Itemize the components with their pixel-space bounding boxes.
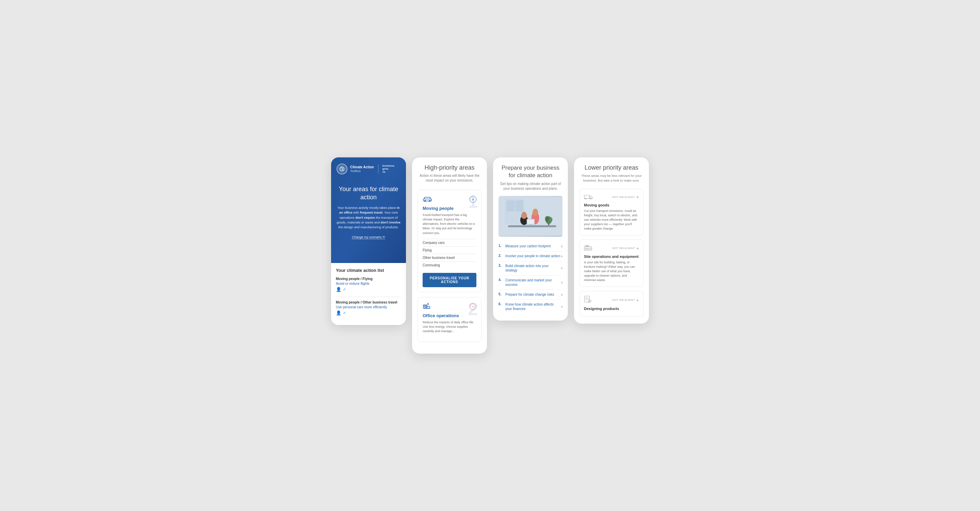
- item-top: NOT RELEVANT +: [584, 244, 639, 252]
- action-item[interactable]: 3. Build climate action into your strate…: [498, 261, 563, 276]
- add-button[interactable]: +: [636, 246, 639, 251]
- priority-card-moving-people: 1 + Moving people Fossil-fuelled transpo…: [417, 190, 482, 292]
- action-label: Involve your people in climate action: [505, 254, 560, 259]
- check-icon: ✓: [343, 287, 346, 292]
- hero-title: Your areas for climate action: [337, 185, 401, 201]
- sub-item-list: Company cars Flying Other business trave…: [423, 239, 476, 269]
- list-title: Your climate action list: [336, 268, 401, 273]
- screen2-title: High-priority areas: [417, 164, 482, 171]
- lower-priority-item-site-operations: NOT RELEVANT + Site operations and equip…: [579, 240, 643, 287]
- action-left: 3. Build climate action into your strate…: [498, 263, 561, 273]
- personalise-actions-button[interactable]: PERSONALISE YOUR ACTIONS: [423, 273, 476, 287]
- chevron-right-icon: ›: [561, 244, 563, 249]
- action-number: 4.: [498, 278, 503, 282]
- not-relevant-label: NOT RELEVANT: [612, 247, 635, 250]
- item-desc: Is your site for building, baking, or fu…: [584, 260, 639, 283]
- card-desc: Reduce the impacts of daily office life.…: [423, 320, 476, 334]
- logo-subtitle: Toolbox: [350, 169, 374, 173]
- design-icon: [584, 295, 592, 305]
- svg-rect-11: [508, 225, 556, 227]
- item-desc: Cut your transport emissions. Avoid air …: [584, 209, 639, 231]
- action-number: 2.: [498, 254, 503, 257]
- office-image: [498, 196, 563, 237]
- action-left: 1. Measure your carbon footprint: [498, 244, 550, 249]
- action-item[interactable]: 6. Know how climate action affects your …: [498, 300, 563, 314]
- card-desc: Fossil-fuelled transport has a big clima…: [423, 213, 476, 235]
- screen3-subtitle: Get tips on making climate action part o…: [498, 182, 563, 191]
- screen4-title: Lower priority areas: [579, 164, 643, 171]
- logo-icon: [337, 163, 347, 174]
- chevron-right-icon: ›: [561, 292, 563, 297]
- action-left: 5. Prepare for climate change risks: [498, 292, 554, 297]
- action-item[interactable]: 2. Involve your people in climate action…: [498, 251, 563, 261]
- priority-number: 1: [468, 193, 478, 211]
- screen2-subtitle: Action in these areas will likely have t…: [417, 173, 482, 183]
- lower-priority-item-moving-goods: NOT RELEVANT + Moving goods Cut your tra…: [579, 189, 643, 235]
- list-item: Moving people / Flying Avoid or reduce f…: [336, 277, 401, 292]
- chevron-right-icon: ›: [561, 304, 563, 309]
- action-left: 6. Know how climate action affects your …: [498, 302, 561, 311]
- screen3-content: Prepare your business for climate action…: [493, 157, 568, 320]
- item-top: NOT RELEVANT +: [584, 193, 639, 201]
- person-icon: 👤: [336, 310, 341, 315]
- person-icon: 👤: [336, 287, 341, 292]
- chevron-right-icon: ›: [561, 266, 563, 270]
- office-icon: [423, 302, 431, 311]
- svg-rect-9: [507, 200, 515, 212]
- action-label: Prepare for climate change risks: [505, 292, 554, 297]
- climate-action-list: Your climate action list Moving people /…: [331, 263, 406, 325]
- action-label: Know how climate action affects your fin…: [505, 302, 561, 311]
- action-list: 1. Measure your carbon footprint › 2. In…: [498, 241, 563, 314]
- item-top: NOT RELEVANT +: [584, 295, 639, 305]
- action-left: 4. Communicate and market your success: [498, 278, 561, 287]
- svg-rect-20: [530, 225, 531, 225]
- not-relevant-badge: NOT RELEVANT +: [612, 246, 639, 251]
- app-header: Climate Action Toolbox business.govt.nz: [337, 163, 401, 174]
- screen-lower-priority: Lower priority areas These areas may be …: [574, 157, 649, 324]
- action-label: Build climate action into your strategy: [505, 263, 561, 273]
- sub-item: Commuting: [423, 261, 476, 269]
- priority-card-office-operations: 2 −: [417, 297, 482, 342]
- svg-rect-19: [527, 219, 534, 224]
- logo-text: Climate Action Toolbox: [350, 165, 374, 173]
- divider: [336, 297, 401, 297]
- action-number: 3.: [498, 263, 503, 267]
- svg-rect-32: [585, 296, 589, 302]
- action-item[interactable]: 1. Measure your carbon footprint ›: [498, 241, 563, 251]
- svg-point-17: [533, 209, 538, 212]
- action-item[interactable]: 4. Communicate and market your success ›: [498, 276, 563, 290]
- svg-rect-30: [587, 248, 588, 249]
- factory-icon: [584, 244, 592, 252]
- svg-rect-4: [424, 306, 425, 307]
- change-scenario-button[interactable]: Change my scenario ✏: [352, 235, 385, 239]
- svg-point-14: [522, 212, 527, 215]
- action-category: Moving people / Flying: [336, 277, 401, 281]
- screen-prepare-business: Prepare your business for climate action…: [493, 157, 568, 320]
- hero-section: Climate Action Toolbox business.govt.nz …: [331, 157, 406, 263]
- item-title: Moving goods: [584, 203, 639, 207]
- not-relevant-label: NOT RELEVANT: [612, 196, 635, 199]
- action-label: Measure your carbon footprint: [505, 244, 550, 249]
- not-relevant-badge: NOT RELEVANT +: [612, 194, 639, 200]
- add-button[interactable]: +: [636, 297, 639, 303]
- not-relevant-badge: NOT RELEVANT +: [612, 297, 639, 303]
- hero-description: Your business activity mostly takes plac…: [337, 205, 401, 230]
- action-category: Moving people / Other business travel: [336, 300, 401, 304]
- action-number: 5.: [498, 292, 503, 296]
- screen4-subtitle: These areas may be less relevant for you…: [579, 173, 643, 183]
- screen4-content: Lower priority areas These areas may be …: [574, 157, 649, 324]
- screen2-content: High-priority areas Action in these area…: [412, 157, 487, 353]
- action-number: 1.: [498, 244, 503, 248]
- add-button[interactable]: +: [636, 194, 639, 200]
- action-item[interactable]: 5. Prepare for climate change risks ›: [498, 290, 563, 300]
- chevron-right-icon: ›: [561, 254, 563, 259]
- priority-number: 2: [468, 300, 478, 318]
- hero-content: Your areas for climate action Your busin…: [337, 185, 401, 240]
- action-link[interactable]: Avoid or reduce flights: [336, 282, 401, 286]
- list-item: Moving people / Other business travel Us…: [336, 300, 401, 315]
- screen3-title: Prepare your business for climate action: [498, 164, 563, 179]
- check-icon: ✓: [343, 311, 346, 315]
- car-icon: [423, 195, 432, 204]
- svg-rect-31: [589, 248, 591, 249]
- action-link[interactable]: Use personal cars more efficiently: [336, 305, 401, 309]
